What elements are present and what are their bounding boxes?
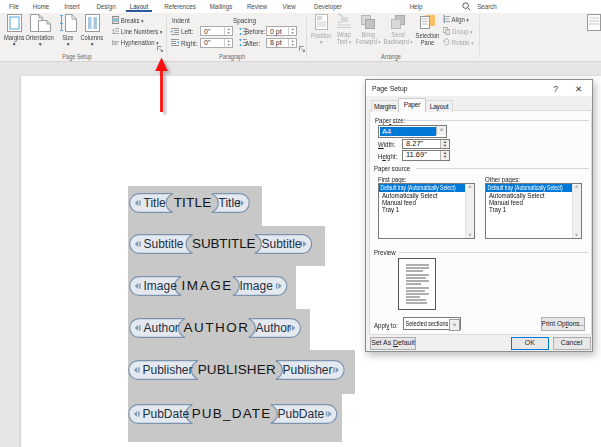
svg-text:Author: Author — [255, 322, 290, 336]
svg-text:1: 1 — [112, 27, 116, 35]
svg-text:Subtitle: Subtitle — [144, 237, 184, 251]
svg-text:Publisher: Publisher — [143, 363, 193, 377]
svg-text:Image: Image — [240, 279, 274, 293]
svg-text:Title: Title — [219, 196, 242, 210]
svg-text:Author: Author — [143, 322, 178, 336]
svg-text:Image: Image — [144, 279, 178, 293]
svg-text:bc: bc — [112, 39, 118, 46]
svg-text:Title: Title — [144, 196, 167, 210]
svg-text:Publisher: Publisher — [282, 363, 332, 377]
svg-text:PubDate: PubDate — [143, 407, 190, 421]
svg-text:Subtitle: Subtitle — [261, 237, 301, 251]
svg-text:PubDate: PubDate — [278, 407, 325, 421]
